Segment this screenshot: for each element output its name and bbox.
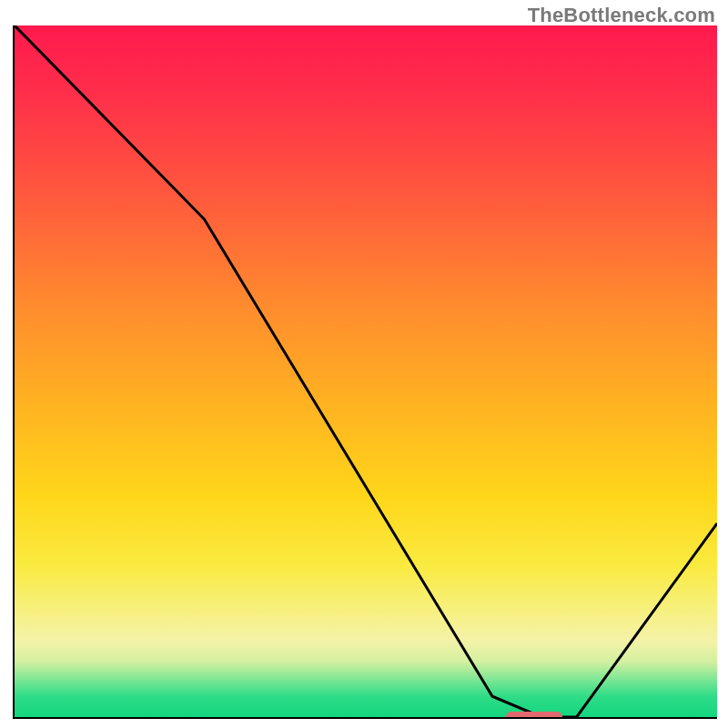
- watermark-text: TheBottleneck.com: [528, 4, 715, 27]
- optimal-range-marker: [506, 712, 562, 719]
- plot-area: [13, 25, 717, 719]
- bottleneck-curve-path: [15, 25, 717, 717]
- curve-svg: [15, 25, 717, 717]
